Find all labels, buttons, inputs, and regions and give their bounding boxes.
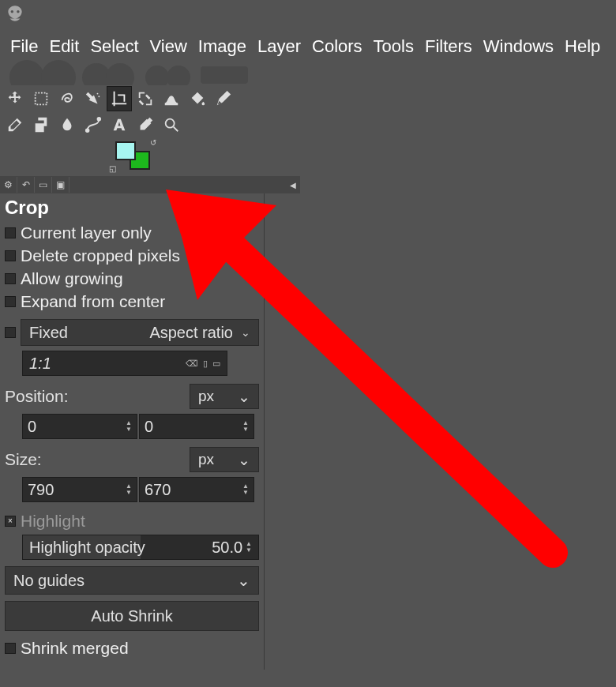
shrink-merged-label: Shrink merged xyxy=(21,639,129,658)
dock-tab-device-status-icon[interactable]: ▣ xyxy=(52,177,69,193)
portrait-icon[interactable]: ▯ xyxy=(203,359,208,369)
delete-cropped-pixels-label: Delete cropped pixels xyxy=(21,246,180,265)
chevron-down-icon: ⌄ xyxy=(237,571,250,590)
svg-point-11 xyxy=(98,118,101,121)
svg-rect-6 xyxy=(201,66,248,84)
menu-edit[interactable]: Edit xyxy=(43,35,85,58)
chevron-down-icon: ⌄ xyxy=(238,451,250,469)
auto-shrink-button[interactable]: Auto Shrink xyxy=(5,601,259,631)
allow-growing-checkbox[interactable] xyxy=(5,273,16,284)
svg-point-12 xyxy=(166,119,175,128)
color-picker-tool-icon[interactable] xyxy=(133,113,157,137)
dock-tab-strip: ⚙ ↶ ▭ ▣ ◀ xyxy=(0,176,300,193)
shrink-merged-checkbox[interactable] xyxy=(5,643,16,654)
spinner-down-icon[interactable]: ▼ xyxy=(242,426,249,433)
delete-cropped-pixels-row[interactable]: Delete cropped pixels xyxy=(5,246,259,265)
warp-tool-icon[interactable] xyxy=(160,87,183,111)
smudge-tool-icon[interactable] xyxy=(55,113,79,137)
fg-bg-color-swatch[interactable]: ◱ ↺ xyxy=(115,141,150,170)
expand-from-center-row[interactable]: Expand from center xyxy=(5,292,259,311)
bucket-fill-tool-icon[interactable] xyxy=(186,87,209,111)
text-tool-icon[interactable] xyxy=(107,113,131,137)
expand-from-center-checkbox[interactable] xyxy=(5,296,16,307)
default-colors-icon[interactable]: ◱ xyxy=(109,164,116,173)
highlight-opacity-label: Highlight opacity xyxy=(29,539,145,557)
size-width-value: 790 xyxy=(28,481,54,499)
guides-combo[interactable]: No guides ⌄ xyxy=(5,566,259,595)
crop-tool-icon[interactable] xyxy=(107,87,131,111)
fixed-label: Fixed xyxy=(29,324,68,342)
current-layer-only-row[interactable]: Current layer only xyxy=(5,223,259,242)
fixed-value-input[interactable]: 1:1 ⌫ ▯ ▭ xyxy=(22,351,227,376)
svg-point-10 xyxy=(86,130,89,133)
spinner-down-icon[interactable]: ▼ xyxy=(126,490,132,496)
rect-select-tool-icon[interactable] xyxy=(29,87,53,111)
zoom-tool-icon[interactable] xyxy=(160,113,183,137)
position-y-value: 0 xyxy=(145,418,153,436)
size-height-input[interactable]: 670 ▲▼ xyxy=(139,477,254,502)
menu-layer[interactable]: Layer xyxy=(252,35,306,58)
menu-help[interactable]: Help xyxy=(559,35,606,58)
foreground-color-swatch[interactable] xyxy=(115,141,136,160)
menu-windows[interactable]: Windows xyxy=(478,35,559,58)
size-unit-value: px xyxy=(198,451,214,468)
highlight-checkbox[interactable] xyxy=(5,516,16,527)
move-tool-icon[interactable] xyxy=(3,87,27,111)
pencil-tool-icon[interactable] xyxy=(212,87,235,111)
path-tool-icon[interactable] xyxy=(81,113,105,137)
size-width-input[interactable]: 790 ▲▼ xyxy=(22,477,137,502)
position-x-input[interactable]: 0 ▲▼ xyxy=(22,414,137,439)
menu-tools[interactable]: Tools xyxy=(368,35,419,58)
svg-point-3 xyxy=(106,63,134,85)
window-titlebar xyxy=(0,0,616,30)
clone-tool-icon[interactable] xyxy=(29,113,53,137)
dock-tab-undo-history-icon[interactable]: ↶ xyxy=(17,177,35,193)
chevron-down-icon: ⌄ xyxy=(238,388,250,406)
svg-point-4 xyxy=(145,66,169,85)
dock-tab-menu-icon[interactable]: ◀ xyxy=(286,181,300,190)
menu-select[interactable]: Select xyxy=(85,35,144,58)
highlight-opacity-slider[interactable]: Highlight opacity 50.0 ▲▼ xyxy=(22,535,259,560)
chevron-down-icon: ⌄ xyxy=(241,326,250,339)
landscape-icon[interactable]: ▭ xyxy=(212,359,220,369)
position-x-value: 0 xyxy=(28,418,36,436)
current-layer-only-checkbox[interactable] xyxy=(5,227,16,238)
menu-filters[interactable]: Filters xyxy=(419,35,478,58)
allow-growing-row[interactable]: Allow growing xyxy=(5,269,259,288)
free-select-tool-icon[interactable] xyxy=(55,87,79,111)
highlight-opacity-value: 50.0 xyxy=(212,539,242,557)
fixed-value-text: 1:1 xyxy=(29,355,51,373)
fixed-checkbox[interactable] xyxy=(5,327,16,338)
size-height-value: 670 xyxy=(145,481,171,499)
fixed-mode-combo[interactable]: Fixed Aspect ratio ⌄ xyxy=(21,319,259,346)
dock-tab-tool-options-icon[interactable]: ⚙ xyxy=(0,177,17,193)
size-label: Size: xyxy=(5,450,42,469)
tool-options-title: Crop xyxy=(5,197,259,219)
svg-point-1 xyxy=(41,60,76,85)
allow-growing-label: Allow growing xyxy=(21,269,123,288)
eraser-tool-icon[interactable] xyxy=(3,113,27,137)
menu-colors[interactable]: Colors xyxy=(306,35,368,58)
menu-view[interactable]: View xyxy=(145,35,193,58)
position-unit-combo[interactable]: px ⌄ xyxy=(190,384,259,409)
size-unit-combo[interactable]: px ⌄ xyxy=(190,447,259,472)
app-icon xyxy=(5,3,25,28)
current-layer-only-label: Current layer only xyxy=(21,223,152,242)
fuzzy-select-tool-icon[interactable] xyxy=(81,87,105,111)
position-label: Position: xyxy=(5,387,69,406)
shrink-merged-row[interactable]: Shrink merged xyxy=(5,639,259,658)
spinner-down-icon[interactable]: ▼ xyxy=(126,426,132,433)
clear-icon[interactable]: ⌫ xyxy=(186,359,198,369)
menu-image[interactable]: Image xyxy=(193,35,252,58)
delete-cropped-pixels-checkbox[interactable] xyxy=(5,250,16,261)
dock-tab-images-icon[interactable]: ▭ xyxy=(35,177,52,193)
guides-value: No guides xyxy=(13,572,85,590)
spinner-down-icon[interactable]: ▼ xyxy=(242,490,249,496)
spinner-down-icon[interactable]: ▼ xyxy=(246,547,252,554)
transform-tool-icon[interactable] xyxy=(133,87,157,111)
menu-file[interactable]: File xyxy=(5,35,43,58)
toolbox-header-decoration xyxy=(0,65,265,87)
position-y-input[interactable]: 0 ▲▼ xyxy=(139,414,254,439)
swap-colors-icon[interactable]: ↺ xyxy=(150,138,156,147)
toolbox-panel: ◱ ↺ xyxy=(0,65,265,170)
